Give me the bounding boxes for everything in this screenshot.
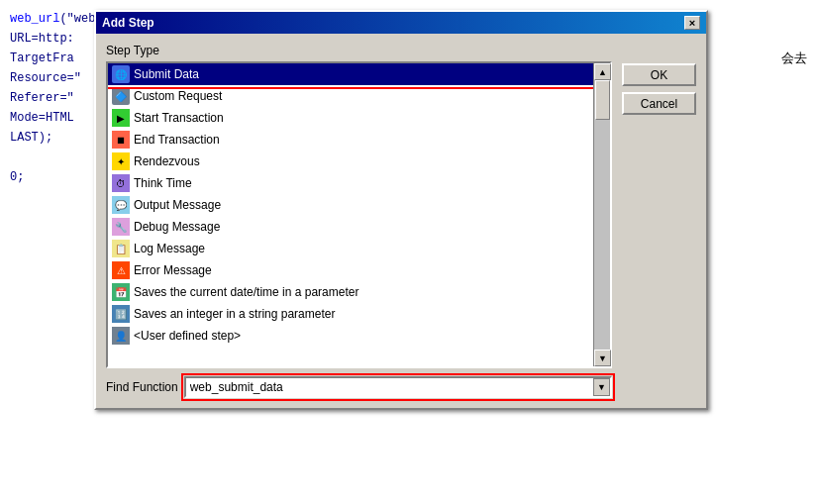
end-transaction-label: End Transaction <box>134 133 220 147</box>
submit-data-icon: 🌐 <box>112 65 130 83</box>
think-time-label: Think Time <box>134 176 192 190</box>
log-message-label: Log Message <box>134 242 205 255</box>
step-type-listbox[interactable]: 🌐 Submit Data 🔷 Custom Request ▶ Start T… <box>106 61 612 368</box>
custom-request-icon: 🔷 <box>112 87 130 105</box>
find-function-label: Find Function <box>106 380 178 394</box>
close-button[interactable]: × <box>684 16 700 30</box>
saves-date-label: Saves the current date/time in a paramet… <box>134 285 358 299</box>
add-step-dialog: Add Step × Step Type 🌐 Submit Data 🔷 <box>94 10 708 410</box>
list-item-error-message[interactable]: ⚠ Error Message <box>108 259 593 281</box>
scroll-track[interactable] <box>594 80 610 350</box>
error-message-label: Error Message <box>134 263 212 277</box>
debug-message-label: Debug Message <box>134 220 220 234</box>
saves-date-icon: 📅 <box>112 283 130 301</box>
list-item-custom-request[interactable]: 🔷 Custom Request <box>108 85 593 107</box>
find-function-input-container[interactable]: ▼ <box>184 376 612 398</box>
list-item-user-defined[interactable]: 👤 <User defined step> <box>108 325 593 347</box>
list-item-saves-date[interactable]: 📅 Saves the current date/time in a param… <box>108 281 593 303</box>
dialog-title-bar: Add Step × <box>96 12 706 34</box>
error-message-icon: ⚠ <box>112 261 130 279</box>
custom-request-label: Custom Request <box>134 89 222 103</box>
saves-integer-icon: 🔢 <box>112 305 130 323</box>
debug-message-icon: 🔧 <box>112 218 130 236</box>
scroll-thumb[interactable] <box>595 80 610 120</box>
find-function-row: Find Function ▼ <box>106 376 612 398</box>
right-panel: OK Cancel <box>622 44 696 398</box>
list-item-log-message[interactable]: 📋 Log Message <box>108 238 593 259</box>
cancel-button[interactable]: Cancel <box>622 92 696 115</box>
left-panel: Step Type 🌐 Submit Data 🔷 Custom Request <box>106 44 612 398</box>
ok-button[interactable]: OK <box>622 63 696 86</box>
list-item-rendezvous[interactable]: ✦ Rendezvous <box>108 151 593 172</box>
rendezvous-icon: ✦ <box>112 152 130 170</box>
output-message-icon: 💬 <box>112 196 130 214</box>
list-box-items[interactable]: 🌐 Submit Data 🔷 Custom Request ▶ Start T… <box>108 63 593 366</box>
dialog-title: Add Step <box>102 16 154 30</box>
find-function-dropdown-button[interactable]: ▼ <box>593 378 610 396</box>
list-item-debug-message[interactable]: 🔧 Debug Message <box>108 216 593 238</box>
scroll-up-button[interactable]: ▲ <box>594 63 611 80</box>
step-type-label: Step Type <box>106 44 612 57</box>
list-item-start-transaction[interactable]: ▶ Start Transaction <box>108 107 593 129</box>
find-function-input[interactable] <box>186 378 593 396</box>
dialog-content: Step Type 🌐 Submit Data 🔷 Custom Request <box>96 34 706 408</box>
list-item-saves-integer[interactable]: 🔢 Saves an integer in a string parameter <box>108 303 593 325</box>
start-transaction-icon: ▶ <box>112 109 130 127</box>
submit-data-label: Submit Data <box>134 67 199 81</box>
log-message-icon: 📋 <box>112 240 130 257</box>
chinese-text: 会去 <box>781 50 807 67</box>
list-item-end-transaction[interactable]: ⏹ End Transaction <box>108 129 593 151</box>
saves-integer-label: Saves an integer in a string parameter <box>134 307 335 321</box>
rendezvous-label: Rendezvous <box>134 154 200 168</box>
user-defined-icon: 👤 <box>112 327 130 345</box>
end-transaction-icon: ⏹ <box>112 131 130 149</box>
scroll-down-button[interactable]: ▼ <box>594 350 611 366</box>
output-message-label: Output Message <box>134 198 221 212</box>
think-time-icon: ⏱ <box>112 174 130 192</box>
list-item-submit-data[interactable]: 🌐 Submit Data <box>108 63 593 85</box>
list-item-think-time[interactable]: ⏱ Think Time <box>108 172 593 194</box>
user-defined-label: <User defined step> <box>134 329 241 343</box>
list-scrollbar[interactable]: ▲ ▼ <box>593 63 610 366</box>
list-item-output-message[interactable]: 💬 Output Message <box>108 194 593 216</box>
start-transaction-label: Start Transaction <box>134 111 224 125</box>
